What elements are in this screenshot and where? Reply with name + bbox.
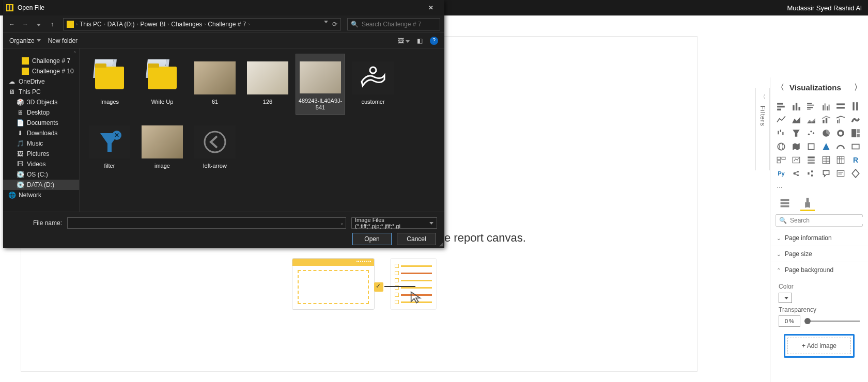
file-item[interactable]: Images bbox=[85, 54, 134, 115]
section-page-information[interactable]: ⌄ Page information bbox=[770, 230, 868, 246]
stacked-column-icon[interactable] bbox=[791, 101, 802, 112]
section-page-size[interactable]: ⌄ Page size bbox=[770, 246, 868, 262]
fields-tab-icon[interactable] bbox=[779, 197, 791, 209]
tree-item[interactable]: 💽DATA (D:) bbox=[3, 180, 79, 190]
nav-forward-button[interactable]: → bbox=[21, 21, 30, 28]
cancel-button[interactable]: Cancel bbox=[397, 233, 436, 245]
tree-item[interactable]: 🎵Music bbox=[3, 138, 79, 149]
nav-up-button[interactable]: ↑ bbox=[48, 21, 57, 28]
format-search[interactable]: 🔍 bbox=[776, 214, 863, 227]
tree-item[interactable]: 🖼Pictures bbox=[3, 149, 79, 159]
open-button[interactable]: Open bbox=[352, 233, 392, 245]
tree-item[interactable]: 🖥This PC bbox=[3, 87, 79, 97]
clustered-column-icon[interactable] bbox=[820, 101, 832, 112]
breadcrumb-item[interactable]: Challenge # 7 bbox=[208, 21, 246, 28]
close-button[interactable]: ✕ bbox=[421, 0, 441, 15]
line-chart-icon[interactable] bbox=[776, 114, 787, 125]
resize-grip-icon[interactable]: ◢ bbox=[439, 241, 443, 247]
r-visual-icon[interactable]: R bbox=[850, 154, 861, 166]
funnel-icon[interactable] bbox=[791, 128, 802, 139]
file-item[interactable]: ✕filter bbox=[85, 118, 134, 179]
tree-item[interactable]: Challenge # 7 bbox=[3, 56, 79, 66]
refresh-icon[interactable]: ⟳ bbox=[332, 21, 337, 28]
breadcrumb-item[interactable]: This PC bbox=[80, 21, 102, 28]
donut-icon[interactable] bbox=[835, 128, 846, 139]
clustered-bar-icon[interactable] bbox=[805, 101, 817, 112]
scatter-icon[interactable] bbox=[805, 128, 817, 139]
hundred-bar-icon[interactable] bbox=[835, 101, 846, 112]
tree-item[interactable]: 🖥Desktop bbox=[3, 107, 79, 118]
chevron-down-icon[interactable]: ⌄ bbox=[340, 220, 344, 226]
nav-recent-button[interactable] bbox=[34, 21, 43, 28]
help-icon[interactable]: ? bbox=[430, 37, 438, 45]
file-item[interactable]: 126 bbox=[243, 54, 292, 115]
transparency-input[interactable]: 0 % bbox=[779, 315, 800, 327]
section-page-background[interactable]: ⌃ Page background bbox=[770, 262, 868, 278]
format-tab-icon[interactable] bbox=[801, 197, 814, 209]
file-item[interactable]: image bbox=[137, 118, 187, 179]
view-mode-button[interactable]: 🖼 bbox=[398, 37, 410, 44]
treemap-icon[interactable] bbox=[850, 128, 861, 139]
file-item[interactable]: Write Up bbox=[137, 54, 187, 115]
multi-card-icon[interactable] bbox=[776, 154, 787, 166]
breadcrumb-item[interactable]: Challenges bbox=[171, 21, 202, 28]
preview-pane-button[interactable]: ◧ bbox=[417, 37, 423, 44]
gauge-icon[interactable] bbox=[835, 141, 846, 152]
filetype-select[interactable]: Image Files (*.tiff;*.pjp;*.jfif;*.gi bbox=[351, 217, 437, 229]
tree-item[interactable]: 🎞Videos bbox=[3, 159, 79, 169]
viz-more[interactable]: … bbox=[770, 182, 868, 193]
add-image-button[interactable]: + Add image bbox=[787, 338, 851, 354]
filename-input[interactable] bbox=[67, 217, 346, 229]
dialog-search-input[interactable] bbox=[362, 21, 439, 28]
chevron-left-icon[interactable]: 〈 bbox=[777, 83, 784, 92]
dialog-search[interactable]: 🔍 bbox=[347, 18, 440, 30]
pie-icon[interactable] bbox=[820, 128, 832, 139]
organize-button[interactable]: Organize bbox=[9, 37, 41, 44]
narrative-icon[interactable] bbox=[835, 168, 846, 179]
file-item[interactable]: 61 bbox=[190, 54, 240, 115]
tree-item[interactable]: 🌐Network bbox=[3, 190, 79, 200]
new-folder-button[interactable]: New folder bbox=[48, 37, 78, 44]
py-visual-icon[interactable]: Py bbox=[776, 168, 787, 179]
kpi-icon[interactable] bbox=[791, 154, 802, 166]
tree-item[interactable]: ⬇Downloads bbox=[3, 128, 79, 138]
card-icon[interactable] bbox=[850, 141, 861, 152]
nav-back-button[interactable]: ← bbox=[7, 21, 17, 28]
shape-map-icon[interactable] bbox=[805, 141, 817, 152]
breadcrumb-item[interactable]: DATA (D:) bbox=[107, 21, 135, 28]
breadcrumb-item[interactable]: Power BI bbox=[141, 21, 166, 28]
paginated-icon[interactable] bbox=[850, 168, 861, 179]
stacked-area-icon[interactable] bbox=[805, 114, 817, 125]
chevron-right-icon[interactable]: 〉 bbox=[854, 83, 862, 92]
slicer-icon[interactable] bbox=[805, 154, 817, 166]
area-chart-icon[interactable] bbox=[791, 114, 802, 125]
map-icon[interactable] bbox=[776, 141, 787, 152]
transparency-slider[interactable] bbox=[804, 321, 860, 322]
breadcrumb[interactable]: › This PC› DATA (D:)› Power BI› Challeng… bbox=[63, 18, 341, 30]
format-search-input[interactable] bbox=[790, 217, 867, 224]
stacked-bar-icon[interactable] bbox=[776, 101, 787, 112]
file-item[interactable]: 489243-IL40A9J-541 bbox=[296, 54, 345, 115]
filters-pane-collapsed[interactable]: 〈 Filters bbox=[755, 88, 770, 170]
tree-item[interactable]: 💽OS (C:) bbox=[3, 169, 79, 180]
ribbon-chart-icon[interactable] bbox=[850, 114, 861, 125]
file-list[interactable]: ImagesWrite Up61126489243-IL40A9J-541cus… bbox=[80, 49, 444, 212]
tree-item[interactable]: 📄Documents bbox=[3, 118, 79, 128]
filled-map-icon[interactable] bbox=[791, 141, 802, 152]
line-clustered-icon[interactable] bbox=[835, 114, 846, 125]
tree-item[interactable]: Challenge # 10 bbox=[3, 66, 79, 76]
matrix-icon[interactable] bbox=[835, 154, 846, 166]
nav-tree[interactable]: ⌃ Challenge # 7Challenge # 10☁OneDrive🖥T… bbox=[3, 49, 80, 212]
chevron-down-icon[interactable] bbox=[324, 21, 328, 23]
waterfall-icon[interactable] bbox=[776, 128, 787, 139]
tree-item[interactable]: 🎲3D Objects bbox=[3, 97, 79, 107]
tree-item[interactable]: ☁OneDrive bbox=[3, 76, 79, 87]
decomposition-icon[interactable] bbox=[805, 168, 817, 179]
key-influencers-icon[interactable] bbox=[791, 168, 802, 179]
file-item[interactable]: customer bbox=[348, 54, 398, 115]
hundred-column-icon[interactable] bbox=[850, 101, 861, 112]
line-stacked-icon[interactable] bbox=[820, 114, 832, 125]
azure-map-icon[interactable] bbox=[820, 141, 832, 152]
qa-visual-icon[interactable] bbox=[820, 168, 832, 179]
table-icon[interactable] bbox=[820, 154, 832, 166]
